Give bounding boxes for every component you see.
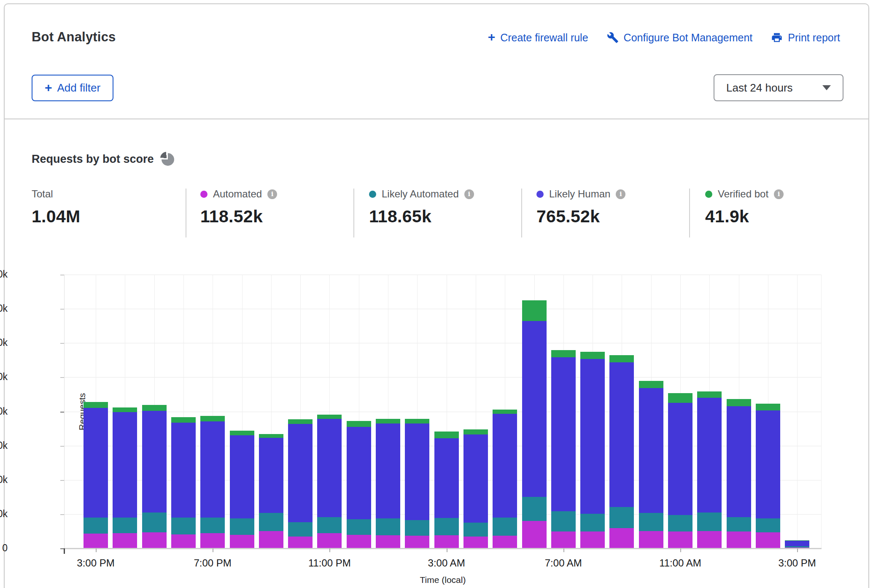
bar-segment-verified-bot[interactable] — [756, 404, 780, 410]
bar-segment-likely-human[interactable] — [727, 406, 751, 518]
bar-segment-likely-human[interactable] — [609, 362, 634, 507]
bar-segment-likely-human[interactable] — [317, 419, 342, 517]
bar-segment-verified-bot[interactable] — [434, 432, 459, 438]
bar-segment-automated[interactable] — [727, 531, 751, 548]
bar-segment-likely-automated[interactable] — [580, 514, 605, 531]
bar-segment-automated[interactable] — [317, 533, 342, 549]
bar-segment-likely-human[interactable] — [463, 434, 488, 523]
bar-segment-likely-human[interactable] — [697, 398, 722, 512]
bar-segment-automated[interactable] — [697, 531, 722, 548]
bar-segment-automated[interactable] — [756, 532, 780, 548]
bar-segment-verified-bot[interactable] — [522, 300, 547, 321]
bar-segment-likely-automated[interactable] — [756, 518, 780, 532]
bar-segment-likely-human[interactable] — [230, 435, 254, 518]
bar-segment-automated[interactable] — [347, 535, 371, 548]
bar-segment-verified-bot[interactable] — [142, 405, 167, 411]
bar-segment-automated[interactable] — [668, 531, 692, 548]
bar-segment-likely-human[interactable] — [347, 427, 371, 519]
bar-segment-likely-human[interactable] — [142, 411, 167, 512]
bar-segment-likely-human[interactable] — [580, 359, 605, 514]
print-report-link[interactable]: Print report — [771, 32, 840, 44]
bar-segment-automated[interactable] — [142, 532, 167, 548]
bar-segment-automated[interactable] — [639, 531, 663, 548]
bar-segment-likely-automated[interactable] — [200, 518, 225, 533]
bar-segment-likely-automated[interactable] — [113, 518, 137, 533]
bar-segment-verified-bot[interactable] — [697, 391, 722, 398]
bar-segment-automated[interactable] — [200, 533, 225, 549]
bar-segment-likely-human[interactable] — [434, 438, 459, 518]
bar-segment-likely-automated[interactable] — [376, 518, 400, 536]
bar-segment-likely-automated[interactable] — [259, 513, 283, 531]
bar-segment-automated[interactable] — [405, 536, 429, 548]
bar-segment-likely-automated[interactable] — [142, 512, 167, 532]
bar-segment-likely-human[interactable] — [756, 410, 780, 518]
bar-segment-verified-bot[interactable] — [113, 407, 137, 412]
bar-segment-verified-bot[interactable] — [376, 419, 400, 423]
bar-segment-verified-bot[interactable] — [200, 416, 225, 421]
bar-segment-verified-bot[interactable] — [580, 352, 605, 359]
bar-segment-verified-bot[interactable] — [230, 431, 254, 435]
bar-segment-likely-automated[interactable] — [727, 517, 751, 531]
bar-segment-likely-automated[interactable] — [405, 520, 429, 536]
bar-segment-likely-human[interactable] — [785, 540, 809, 546]
bar-segment-likely-automated[interactable] — [288, 522, 313, 537]
info-icon[interactable]: i — [774, 189, 784, 199]
bar-segment-likely-automated[interactable] — [434, 518, 459, 535]
bar-segment-likely-human[interactable] — [113, 412, 137, 518]
bar-segment-automated[interactable] — [463, 537, 488, 548]
bar-segment-likely-human[interactable] — [376, 423, 400, 518]
bar-segment-verified-bot[interactable] — [288, 419, 313, 424]
bar-segment-likely-automated[interactable] — [785, 546, 809, 547]
bar-segment-automated[interactable] — [288, 537, 313, 548]
bar-segment-likely-automated[interactable] — [493, 518, 517, 536]
bar-segment-likely-automated[interactable] — [609, 507, 634, 528]
bar-segment-verified-bot[interactable] — [347, 421, 371, 427]
bar-segment-verified-bot[interactable] — [727, 399, 751, 406]
time-range-select[interactable]: Last 24 hours — [714, 74, 843, 101]
bar-segment-likely-automated[interactable] — [230, 518, 254, 535]
bar-segment-likely-human[interactable] — [200, 421, 225, 518]
bar-segment-likely-automated[interactable] — [463, 523, 488, 536]
bar-segment-likely-automated[interactable] — [551, 511, 576, 532]
info-icon[interactable]: i — [464, 189, 474, 199]
bar-segment-automated[interactable] — [84, 534, 108, 548]
bar-segment-likely-human[interactable] — [551, 357, 576, 511]
bar-segment-automated[interactable] — [259, 531, 283, 548]
bar-segment-likely-human[interactable] — [639, 388, 663, 512]
bar-segment-likely-automated[interactable] — [522, 497, 547, 521]
bar-segment-automated[interactable] — [376, 535, 400, 548]
bar-segment-likely-human[interactable] — [668, 403, 692, 515]
bar-segment-automated[interactable] — [580, 531, 605, 548]
bar-segment-verified-bot[interactable] — [668, 393, 692, 403]
bar-segment-likely-human[interactable] — [84, 408, 108, 518]
bar-segment-likely-automated[interactable] — [171, 518, 196, 534]
bar-segment-verified-bot[interactable] — [259, 434, 283, 438]
bar-segment-likely-automated[interactable] — [347, 519, 371, 535]
bar-segment-automated[interactable] — [230, 535, 254, 548]
info-icon[interactable]: i — [616, 189, 625, 199]
bar-segment-likely-human[interactable] — [522, 321, 547, 497]
bar-segment-automated[interactable] — [493, 536, 517, 548]
bar-segment-verified-bot[interactable] — [463, 429, 488, 434]
bar-segment-likely-human[interactable] — [493, 414, 517, 518]
bar-segment-automated[interactable] — [434, 535, 459, 548]
bar-segment-automated[interactable] — [113, 533, 137, 549]
bar-segment-likely-automated[interactable] — [317, 517, 342, 533]
bar-segment-verified-bot[interactable] — [551, 350, 576, 357]
bar-segment-verified-bot[interactable] — [171, 417, 196, 423]
info-icon[interactable]: i — [267, 189, 277, 199]
bar-segment-likely-human[interactable] — [171, 423, 196, 518]
bar-segment-automated[interactable] — [551, 531, 576, 548]
bar-segment-verified-bot[interactable] — [785, 540, 809, 541]
bar-segment-likely-human[interactable] — [288, 424, 313, 523]
bar-segment-verified-bot[interactable] — [493, 410, 517, 414]
bar-segment-verified-bot[interactable] — [317, 415, 342, 419]
bar-segment-automated[interactable] — [171, 534, 196, 548]
bar-segment-likely-automated[interactable] — [668, 515, 692, 532]
bar-segment-likely-human[interactable] — [259, 438, 283, 513]
bar-segment-verified-bot[interactable] — [405, 419, 429, 423]
bar-segment-likely-automated[interactable] — [639, 513, 663, 531]
create-firewall-rule-link[interactable]: + Create firewall rule — [488, 31, 588, 44]
bar-segment-verified-bot[interactable] — [84, 402, 108, 408]
bar-segment-likely-automated[interactable] — [84, 518, 108, 534]
